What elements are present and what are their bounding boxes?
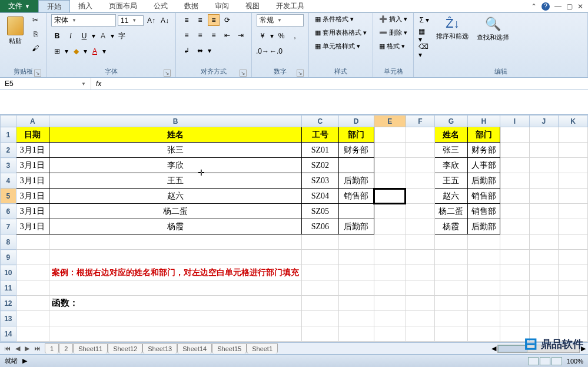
font-name-combo[interactable]: 宋体▼: [51, 14, 116, 27]
cell-H4[interactable]: 后勤部: [467, 173, 500, 189]
cell-C6[interactable]: SZ05: [302, 204, 339, 219]
underline-button[interactable]: U: [78, 30, 90, 42]
sheet-tab[interactable]: 1: [45, 343, 59, 354]
cell-K1[interactable]: [559, 127, 588, 143]
cell-F3[interactable]: [406, 158, 434, 173]
cell-H13[interactable]: [467, 311, 500, 326]
cell-D8[interactable]: [338, 234, 374, 250]
cell-G4[interactable]: 王五: [435, 173, 468, 189]
cell-B11[interactable]: [49, 280, 302, 296]
cell-F1[interactable]: [406, 127, 434, 143]
cell-E8[interactable]: [374, 234, 406, 250]
cell-A13[interactable]: [16, 311, 49, 326]
cell-C3[interactable]: SZ02: [302, 158, 339, 173]
cell-A8[interactable]: [16, 234, 49, 250]
sheet-first-icon[interactable]: ⏮: [2, 345, 12, 352]
file-tab[interactable]: 文件▼: [0, 0, 38, 12]
row-header[interactable]: 3: [1, 158, 16, 173]
cell-I13[interactable]: [500, 311, 529, 326]
cell-K2[interactable]: [559, 143, 588, 158]
cell-J1[interactable]: [529, 127, 558, 143]
cell-K5[interactable]: [559, 189, 588, 204]
cell-C13[interactable]: [302, 311, 339, 326]
cell-E11[interactable]: [374, 280, 406, 296]
currency-icon[interactable]: ¥: [257, 30, 268, 42]
close-icon[interactable]: ✕: [577, 2, 583, 11]
cell-I5[interactable]: [500, 189, 529, 204]
col-header[interactable]: D: [338, 115, 374, 127]
cell-F12[interactable]: [406, 296, 434, 311]
cell-E14[interactable]: [374, 326, 406, 342]
cell-I9[interactable]: [500, 250, 529, 265]
col-header[interactable]: F: [406, 115, 434, 127]
align-left-icon[interactable]: ≡: [181, 29, 192, 41]
row-header[interactable]: 5: [1, 189, 16, 204]
cell-H12[interactable]: [467, 296, 500, 311]
cell-A5[interactable]: 3月1日: [16, 189, 49, 204]
cell-E12[interactable]: [374, 296, 406, 311]
cell-E10[interactable]: [374, 265, 406, 280]
cell-A10[interactable]: [16, 265, 49, 280]
row-header[interactable]: 8: [1, 234, 16, 250]
row-header[interactable]: 6: [1, 204, 16, 219]
paste-button[interactable]: 粘贴: [5, 14, 26, 48]
col-header[interactable]: K: [559, 115, 588, 127]
launcher-icon[interactable]: ↘: [297, 70, 304, 77]
align-center-icon[interactable]: ≡: [194, 29, 206, 41]
cell-H7[interactable]: 后勤部: [467, 219, 500, 234]
cell-J2[interactable]: [529, 143, 558, 158]
cell-J12[interactable]: [529, 296, 558, 311]
sheet-tab[interactable]: Sheet1: [247, 343, 278, 354]
cell-H8[interactable]: [467, 234, 500, 250]
cell-G14[interactable]: [435, 326, 468, 342]
cell-I6[interactable]: [500, 204, 529, 219]
cell-K11[interactable]: [559, 280, 588, 296]
cell-D10[interactable]: [338, 265, 374, 280]
cell-B14[interactable]: [49, 326, 302, 342]
cell-J7[interactable]: [529, 219, 558, 234]
row-header[interactable]: 11: [1, 280, 16, 296]
sort-filter-button[interactable]: Ẑ↓ 排序和筛选: [434, 14, 471, 43]
cell-C4[interactable]: SZ03: [302, 173, 339, 189]
cell-F8[interactable]: [406, 234, 434, 250]
cell-B4[interactable]: 王五: [49, 173, 302, 189]
cell-I7[interactable]: [500, 219, 529, 234]
sheet-last-icon[interactable]: ⏭: [32, 345, 42, 352]
format-painter-icon[interactable]: 🖌: [29, 42, 41, 54]
number-format-combo[interactable]: 常规▼: [257, 14, 304, 27]
cell-G8[interactable]: [435, 234, 468, 250]
row-header[interactable]: 9: [1, 250, 16, 265]
cell-D5[interactable]: 销售部: [338, 189, 374, 204]
cell-A6[interactable]: 3月1日: [16, 204, 49, 219]
row-header[interactable]: 7: [1, 219, 16, 234]
format-cells-button[interactable]: ▦格式 ▾: [378, 41, 408, 51]
cell-D11[interactable]: [338, 280, 374, 296]
merge-icon[interactable]: ⬌: [194, 45, 206, 57]
row-header[interactable]: 14: [1, 326, 16, 342]
cell-C10[interactable]: [302, 265, 339, 280]
fill-color-icon[interactable]: ◆: [70, 45, 82, 57]
cell-E4[interactable]: [374, 173, 406, 189]
shrink-font-icon[interactable]: A↓: [159, 15, 171, 27]
font-color-a-icon[interactable]: A: [97, 30, 109, 42]
cell-K13[interactable]: [559, 311, 588, 326]
page-layout-view-icon[interactable]: [540, 357, 550, 365]
cell-E9[interactable]: [374, 250, 406, 265]
cell-G9[interactable]: [435, 250, 468, 265]
spreadsheet-grid[interactable]: ABCDEFGHIJK1日期姓名工号部门姓名部门23月1日张三SZ01财务部张三…: [0, 115, 588, 342]
cell-G13[interactable]: [435, 311, 468, 326]
cell-G2[interactable]: 张三: [435, 143, 468, 158]
cell-B9[interactable]: [49, 250, 302, 265]
select-all-corner[interactable]: [1, 115, 16, 127]
inc-decimal-icon[interactable]: .0→: [257, 45, 268, 57]
cell-style-button[interactable]: ▦单元格样式 ▾: [314, 41, 368, 51]
phonetic-icon[interactable]: 字: [116, 30, 128, 42]
align-middle-icon[interactable]: ≡: [194, 14, 206, 26]
cell-F9[interactable]: [406, 250, 434, 265]
cell-C2[interactable]: SZ01: [302, 143, 339, 158]
cell-K10[interactable]: [559, 265, 588, 280]
cell-G12[interactable]: [435, 296, 468, 311]
table-format-button[interactable]: ▦套用表格格式 ▾: [314, 28, 368, 38]
cell-G6[interactable]: 杨二蛋: [435, 204, 468, 219]
cell-D2[interactable]: 财务部: [338, 143, 374, 158]
